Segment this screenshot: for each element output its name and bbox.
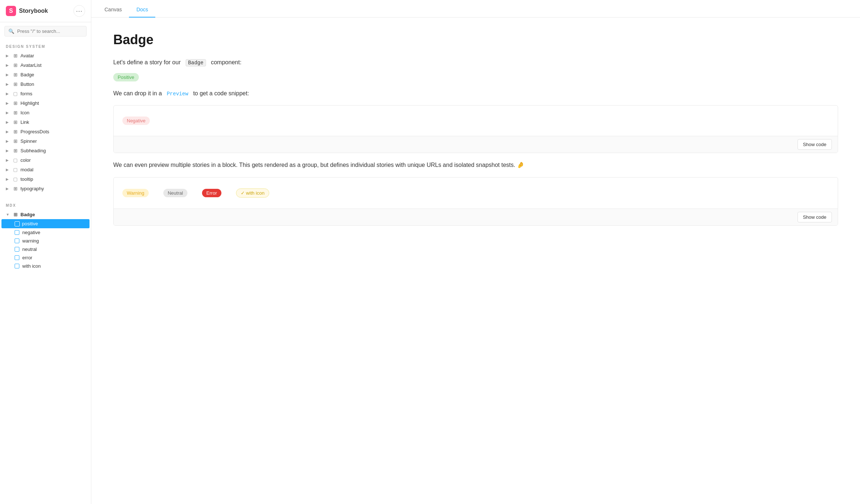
sidebar-item-label: Icon <box>20 110 30 115</box>
sidebar-item-label: Spinner <box>20 138 37 144</box>
sidebar-story-warning[interactable]: warning <box>1 237 90 245</box>
multi-intro-paragraph: We can even preview multiple stories in … <box>113 160 838 170</box>
main-area: Canvas Docs Badge Let's define a story f… <box>91 0 860 504</box>
sidebar-story-neutral[interactable]: neutral <box>1 245 90 253</box>
chevron-right-icon: ▶ <box>6 53 10 58</box>
grid-icon: ⊞ <box>12 72 18 77</box>
sidebar-item-Link[interactable]: ▶ ⊞ Link <box>1 117 90 127</box>
sidebar-story-label: positive <box>22 221 38 226</box>
sidebar-item-Highlight[interactable]: ▶ ⊞ Highlight <box>1 98 90 108</box>
sidebar-header: S Storybook ··· <box>0 0 91 22</box>
chevron-right-icon: ▶ <box>6 110 10 115</box>
tab-docs[interactable]: Docs <box>129 2 155 18</box>
grid-icon: ⊞ <box>12 129 18 134</box>
sidebar-story-label: with icon <box>22 263 41 269</box>
story-icon <box>15 230 19 235</box>
sidebar-item-label: modal <box>20 167 33 172</box>
chevron-right-icon: ▶ <box>6 158 10 162</box>
story-icon <box>15 264 19 268</box>
story-icon <box>15 247 19 252</box>
mdx-section-label: MDX <box>0 199 91 210</box>
folder-icon: ▢ <box>12 176 18 182</box>
neutral-badge: Neutral <box>163 189 187 197</box>
grid-icon: ⊞ <box>12 100 18 106</box>
grid-icon: ⊞ <box>12 119 18 125</box>
negative-badge: Negative <box>122 117 150 125</box>
sidebar-item-modal[interactable]: ▶ ▢ modal <box>1 165 90 174</box>
badge-inline-code: Badge <box>186 59 206 66</box>
sidebar-story-label: negative <box>22 230 40 235</box>
with-icon-badge: ✓ with icon <box>236 188 269 198</box>
sidebar-item-typography[interactable]: ▶ ⊞ typography <box>1 184 90 193</box>
intro-paragraph: Let's define a story for our Badge compo… <box>113 58 838 67</box>
sidebar-item-Icon[interactable]: ▶ ⊞ Icon <box>1 108 90 117</box>
preview-content-multi: Warning Neutral Error ✓ with icon <box>114 177 838 209</box>
folder-icon: ▢ <box>12 167 18 172</box>
preview-block-negative: Negative Show code <box>113 105 838 153</box>
chevron-down-icon: ▼ <box>6 212 10 217</box>
sidebar-item-color[interactable]: ▶ ▢ color <box>1 155 90 165</box>
folder-icon: ▢ <box>12 91 18 96</box>
grid-icon: ⊞ <box>12 138 18 144</box>
chevron-right-icon: ▶ <box>6 63 10 67</box>
sidebar-item-label: tooltip <box>20 176 33 182</box>
sidebar-item-label: Avatar <box>20 53 34 58</box>
preview-intro-paragraph: We can drop it in a Preview to get a cod… <box>113 89 838 98</box>
search-box[interactable]: 🔍 <box>4 26 87 37</box>
sidebar-item-tooltip[interactable]: ▶ ▢ tooltip <box>1 174 90 184</box>
sidebar-item-forms[interactable]: ▶ ▢ forms <box>1 89 90 98</box>
sidebar-item-Avatar[interactable]: ▶ ⊞ Avatar <box>1 51 90 60</box>
sidebar-item-Button[interactable]: ▶ ⊞ Button <box>1 79 90 89</box>
grid-icon: ⊞ <box>12 81 18 87</box>
sidebar-story-negative[interactable]: negative <box>1 228 90 237</box>
chevron-right-icon: ▶ <box>6 139 10 143</box>
sidebar-item-Badge[interactable]: ▶ ⊞ Badge <box>1 70 90 79</box>
sidebar-story-positive[interactable]: positive <box>1 219 90 228</box>
sidebar-story-label: neutral <box>22 247 37 252</box>
sidebar-item-ProgressDots[interactable]: ▶ ⊞ ProgressDots <box>1 127 90 136</box>
chevron-right-icon: ▶ <box>6 120 10 124</box>
sidebar-story-error[interactable]: error <box>1 253 90 262</box>
menu-button[interactable]: ··· <box>73 5 85 17</box>
tab-canvas[interactable]: Canvas <box>97 2 129 18</box>
sidebar-item-label: color <box>20 157 31 163</box>
chevron-right-icon: ▶ <box>6 148 10 153</box>
error-badge: Error <box>202 189 221 197</box>
docs-content: Badge Let's define a story for our Badge… <box>91 18 860 504</box>
chevron-right-icon: ▶ <box>6 72 10 77</box>
search-icon: 🔍 <box>8 28 14 34</box>
sidebar-item-Spinner[interactable]: ▶ ⊞ Spinner <box>1 136 90 146</box>
sidebar-item-label: Highlight <box>20 100 39 106</box>
folder-icon: ▢ <box>12 157 18 163</box>
search-input[interactable] <box>17 28 83 34</box>
warning-badge: Warning <box>122 189 149 197</box>
sidebar-item-Subheading[interactable]: ▶ ⊞ Subheading <box>1 146 90 155</box>
grid-icon: ⊞ <box>12 211 18 217</box>
show-code-button-1[interactable]: Show code <box>798 139 832 150</box>
sidebar-story-label: warning <box>22 238 39 244</box>
intro-prefix: Let's define a story for our <box>113 59 180 65</box>
page-title: Badge <box>113 32 838 47</box>
preview-footer-1: Show code <box>114 136 838 153</box>
sidebar-item-label: Subheading <box>20 148 46 153</box>
show-code-button-2[interactable]: Show code <box>798 212 832 222</box>
grid-icon: ⊞ <box>12 186 18 191</box>
preview-block-multi: Warning Neutral Error ✓ with icon Show c… <box>113 177 838 226</box>
sidebar-item-label: forms <box>20 91 33 96</box>
sidebar-item-label: Badge <box>20 72 34 77</box>
grid-icon: ⊞ <box>12 53 18 58</box>
story-icon <box>15 221 20 226</box>
storybook-logo-icon: S <box>6 6 16 16</box>
sidebar-group-Badge[interactable]: ▼ ⊞ Badge <box>1 210 90 219</box>
chevron-right-icon: ▶ <box>6 167 10 172</box>
story-icon <box>15 238 19 243</box>
design-system-section-label: DESIGN SYSTEM <box>0 40 91 51</box>
preview-link[interactable]: Preview <box>167 91 188 97</box>
chevron-right-icon: ▶ <box>6 91 10 96</box>
sidebar-item-label: typography <box>20 186 44 191</box>
grid-icon: ⊞ <box>12 62 18 68</box>
sidebar-story-with-icon[interactable]: with icon <box>1 262 90 270</box>
sidebar-item-label: ProgressDots <box>20 129 49 134</box>
chevron-right-icon: ▶ <box>6 101 10 105</box>
sidebar-item-AvatarList[interactable]: ▶ ⊞ AvatarList <box>1 60 90 70</box>
